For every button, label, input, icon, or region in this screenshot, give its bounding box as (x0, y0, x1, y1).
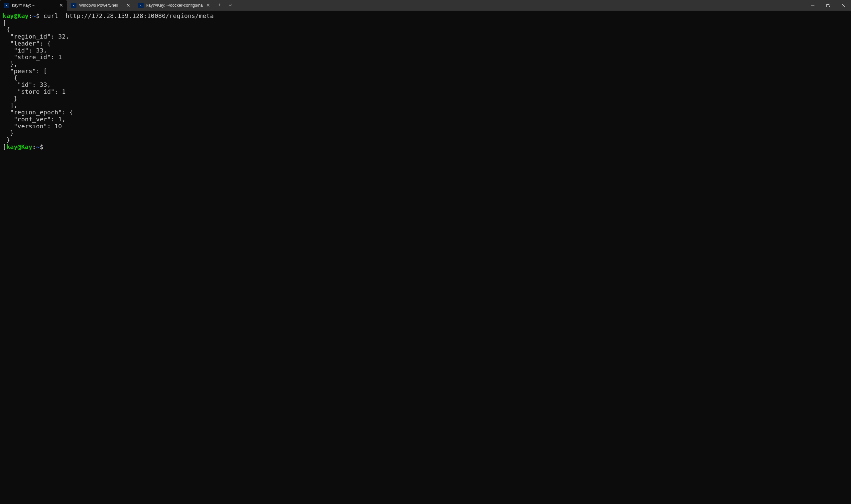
chevron-down-icon (229, 4, 232, 6)
tab-title: kay@Kay: ~ (12, 3, 56, 8)
svg-rect-1 (827, 4, 829, 7)
minimize-icon (811, 4, 814, 7)
maximize-button[interactable] (820, 0, 836, 11)
tab-2[interactable]: Windows PowerShell ✕ (67, 0, 134, 11)
close-button[interactable] (836, 0, 851, 11)
command-text: curl http://172.28.159.128:10080/regions… (43, 12, 214, 19)
command-text (39, 12, 43, 19)
prompt-path: ~ (36, 143, 39, 150)
prompt-user: kay@Kay (3, 12, 29, 19)
tab-dropdown-button[interactable] (225, 0, 235, 11)
tab-1[interactable]: kay@Kay: ~ ✕ (0, 0, 67, 11)
tab-close-button[interactable]: ✕ (58, 3, 64, 8)
prompt-dollar: $ (36, 12, 39, 19)
prompt-user: kay@Kay (6, 143, 32, 150)
powershell-icon (71, 3, 76, 8)
prompt-path: ~ (32, 12, 36, 19)
tab-close-button[interactable]: ✕ (126, 3, 131, 8)
prompt-dollar: $ (39, 143, 43, 150)
titlebar: kay@Kay: ~ ✕ Windows PowerShell ✕ kay@Ka… (0, 0, 851, 11)
titlebar-drag-region[interactable] (235, 0, 805, 11)
powershell-icon (4, 3, 9, 8)
tab-title: kay@Kay: ~/docker-configs/ha (146, 3, 203, 8)
close-icon (842, 4, 845, 7)
tab-strip: kay@Kay: ~ ✕ Windows PowerShell ✕ kay@Ka… (0, 0, 214, 11)
window-controls (805, 0, 851, 11)
prompt-colon: : (32, 143, 36, 150)
minimize-button[interactable] (805, 0, 820, 11)
tab-title: Windows PowerShell (79, 3, 123, 8)
tab-3[interactable]: kay@Kay: ~/docker-configs/ha ✕ (134, 0, 214, 11)
new-tab-button[interactable]: + (214, 0, 225, 11)
tab-close-button[interactable]: ✕ (205, 3, 211, 8)
cursor (48, 144, 48, 150)
prompt-colon: : (29, 12, 32, 19)
command-output: [ { "region_id": 32, "leader": { "id": 3… (3, 19, 73, 150)
powershell-icon (138, 3, 144, 8)
maximize-icon (827, 4, 830, 7)
terminal-content[interactable]: kay@Kay:~$ curl http://172.28.159.128:10… (0, 11, 851, 152)
